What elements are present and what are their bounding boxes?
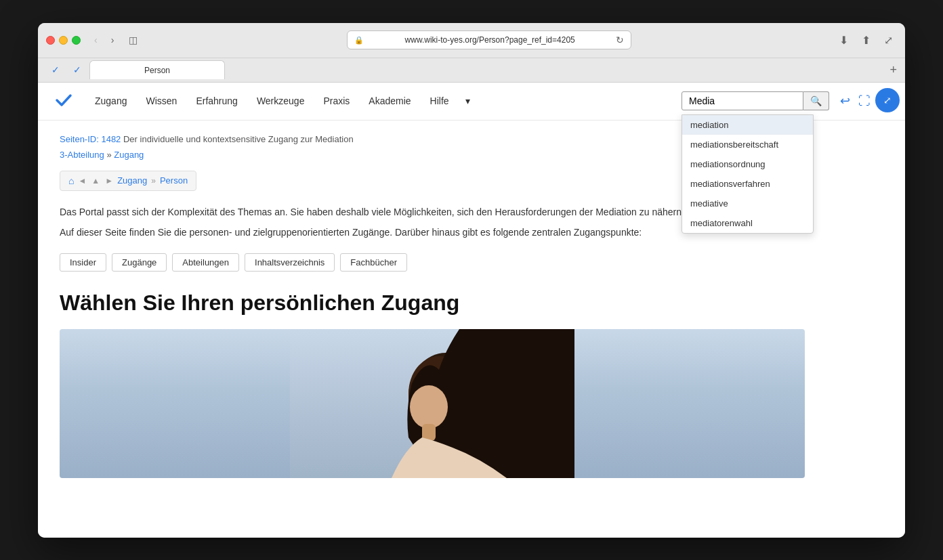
tag-fachbuecher[interactable]: Fachbücher <box>340 253 407 272</box>
nav-menu: Zugang Wissen Erfahrung Werkzeuge Praxis… <box>87 90 682 112</box>
tab-bar: ✓ ✓ Person + <box>38 58 905 83</box>
toolbar-right: ⬇ ⬆ ⤢ <box>835 31 897 49</box>
tag-buttons: Insider Zugänge Abteilungen Inhaltsverze… <box>60 253 883 272</box>
download-button[interactable]: ⬇ <box>835 31 852 49</box>
forward-button[interactable]: › <box>107 32 119 48</box>
expand-icon: ⤢ <box>883 95 892 106</box>
nav-link-erfahrung[interactable]: Erfahrung <box>188 90 245 112</box>
bc-trail-link1[interactable]: 3-Abteilung <box>60 150 104 160</box>
search-container: 🔍 mediation mediationsbereitschaft media… <box>682 91 829 110</box>
sidebar-button[interactable]: ◫ <box>123 32 143 48</box>
tag-inhaltsverzeichnis[interactable]: Inhaltsverzeichnis <box>245 253 335 272</box>
nav-link-wissen[interactable]: Wissen <box>138 90 185 112</box>
back-icon-button[interactable]: ↩ <box>840 93 850 108</box>
tab-check-1[interactable]: ✓ <box>46 63 65 77</box>
address-bar-container: 🔒 www.wiki-to-yes.org/Person?page_ref_id… <box>148 30 830 49</box>
url-text: www.wiki-to-yes.org/Person?page_ref_id=4… <box>368 35 612 45</box>
search-input[interactable] <box>682 91 803 110</box>
sitemap-icon-button[interactable]: ⛶ <box>858 94 871 108</box>
svg-point-3 <box>410 385 448 429</box>
nav-more-button[interactable]: ▾ <box>460 90 476 112</box>
page-heading: Wählen Sie Ihren persönlichen Zugang <box>60 290 883 316</box>
nav-link-akademie[interactable]: Akademie <box>360 90 419 112</box>
dropdown-item-3[interactable]: mediationsverfahren <box>682 174 813 194</box>
nav-link-zugang[interactable]: Zugang <box>87 90 135 112</box>
dropdown-item-4[interactable]: mediative <box>682 194 813 213</box>
site-nav: Zugang Wissen Erfahrung Werkzeuge Praxis… <box>38 83 905 121</box>
hero-image <box>60 329 805 478</box>
close-button[interactable] <box>46 36 55 45</box>
site-logo[interactable] <box>54 90 73 112</box>
dropdown-item-0[interactable]: mediation <box>682 115 813 135</box>
traffic-lights <box>46 36 81 45</box>
lock-icon: 🔒 <box>354 36 364 45</box>
dropdown-item-5[interactable]: mediatorenwahl <box>682 213 813 233</box>
breadcrumb-nav: ⌂ ◄ ▲ ► Zugang » Person <box>60 171 196 191</box>
bc-trail-link2[interactable]: Zugang <box>114 150 144 160</box>
page-id-link[interactable]: Seiten-ID: 1482 <box>60 134 121 144</box>
search-button[interactable]: 🔍 <box>803 91 829 110</box>
tab-person[interactable]: Person <box>89 60 225 79</box>
browser-content: Zugang Wissen Erfahrung Werkzeuge Praxis… <box>38 83 905 538</box>
address-bar[interactable]: 🔒 www.wiki-to-yes.org/Person?page_ref_id… <box>347 30 631 49</box>
back-button[interactable]: ‹ <box>90 32 102 48</box>
breadcrumb-zugang[interactable]: Zugang <box>117 175 147 186</box>
tag-abteilungen[interactable]: Abteilungen <box>172 253 239 272</box>
dropdown-item-2[interactable]: mediationsordnung <box>682 154 813 174</box>
share-button[interactable]: ⬆ <box>858 31 875 49</box>
search-dropdown: mediation mediationsbereitschaft mediati… <box>682 114 814 234</box>
fullscreen-button[interactable]: ⤢ <box>880 31 897 49</box>
maximize-button[interactable] <box>72 36 81 45</box>
tab-person-label: Person <box>144 66 170 75</box>
tab-check-2[interactable]: ✓ <box>68 63 87 77</box>
home-icon[interactable]: ⌂ <box>68 175 74 186</box>
tag-zugaenge[interactable]: Zugänge <box>112 253 167 272</box>
search-icon: 🔍 <box>810 95 822 106</box>
title-bar: ‹ › ◫ 🔒 www.wiki-to-yes.org/Person?page_… <box>38 23 905 58</box>
expand-button[interactable]: ⤢ <box>875 88 900 112</box>
nav-link-praxis[interactable]: Praxis <box>315 90 358 112</box>
nav-link-werkzeuge[interactable]: Werkzeuge <box>249 90 313 112</box>
new-tab-button[interactable]: + <box>889 63 897 77</box>
nav-link-hilfe[interactable]: Hilfe <box>422 90 457 112</box>
breadcrumb-person[interactable]: Person <box>160 175 188 186</box>
tag-insider[interactable]: Insider <box>60 253 106 272</box>
reload-button[interactable]: ↻ <box>616 35 624 45</box>
meta-description: Der individuelle und kontextsensitive Zu… <box>123 134 354 144</box>
dropdown-item-1[interactable]: mediationsbereitschaft <box>682 135 813 154</box>
minimize-button[interactable] <box>59 36 68 45</box>
